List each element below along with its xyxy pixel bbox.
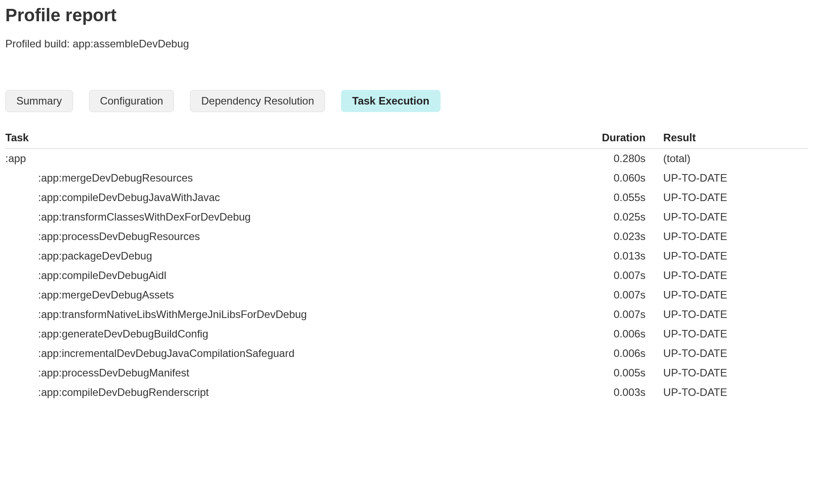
- task-name: :app:transformClassesWithDexForDevDebug: [5, 207, 535, 227]
- table-group-row: :app0.280s(total): [5, 149, 808, 169]
- table-row: :app:generateDevDebugBuildConfig0.006sUP…: [5, 324, 808, 344]
- table-row: :app:compileDevDebugRenderscript0.003sUP…: [5, 383, 808, 402]
- tabs-container: Summary Configuration Dependency Resolut…: [5, 90, 808, 112]
- task-result: UP-TO-DATE: [663, 363, 808, 383]
- table-row: :app:packageDevDebug0.013sUP-TO-DATE: [5, 246, 808, 266]
- task-name: :app:compileDevDebugRenderscript: [5, 383, 535, 402]
- group-name: :app: [5, 149, 535, 169]
- tab-task-execution[interactable]: Task Execution: [341, 90, 440, 112]
- task-duration: 0.013s: [535, 246, 663, 266]
- task-name: :app:processDevDebugManifest: [5, 363, 535, 383]
- task-result: UP-TO-DATE: [663, 227, 808, 246]
- task-result: UP-TO-DATE: [663, 383, 808, 402]
- task-duration: 0.007s: [535, 305, 663, 324]
- task-duration: 0.007s: [535, 285, 663, 305]
- task-name: :app:incrementalDevDebugJavaCompilationS…: [5, 344, 535, 363]
- task-duration: 0.005s: [535, 363, 663, 383]
- task-result: UP-TO-DATE: [663, 324, 808, 344]
- task-name: :app:mergeDevDebugResources: [5, 168, 535, 188]
- table-row: :app:compileDevDebugAidl0.007sUP-TO-DATE: [5, 266, 808, 285]
- page-title: Profile report: [5, 5, 808, 25]
- table-row: :app:processDevDebugManifest0.005sUP-TO-…: [5, 363, 808, 383]
- task-duration: 0.006s: [535, 344, 663, 363]
- task-duration: 0.007s: [535, 266, 663, 285]
- task-result: UP-TO-DATE: [663, 246, 808, 266]
- table-row: :app:compileDevDebugJavaWithJavac0.055sU…: [5, 188, 808, 207]
- task-name: :app:transformNativeLibsWithMergeJniLibs…: [5, 305, 535, 324]
- table-row: :app:incrementalDevDebugJavaCompilationS…: [5, 344, 808, 363]
- tab-dependency-resolution[interactable]: Dependency Resolution: [190, 90, 325, 112]
- task-result: UP-TO-DATE: [663, 168, 808, 188]
- task-table: Task Duration Result :app0.280s(total):a…: [5, 129, 808, 402]
- task-duration: 0.023s: [535, 227, 663, 246]
- task-duration: 0.003s: [535, 383, 663, 402]
- table-row: :app:mergeDevDebugAssets0.007sUP-TO-DATE: [5, 285, 808, 305]
- task-result: UP-TO-DATE: [663, 305, 808, 324]
- group-result: (total): [663, 149, 808, 169]
- tab-configuration[interactable]: Configuration: [89, 90, 174, 112]
- task-result: UP-TO-DATE: [663, 207, 808, 227]
- col-header-task: Task: [5, 129, 535, 149]
- table-row: :app:mergeDevDebugResources0.060sUP-TO-D…: [5, 168, 808, 188]
- task-name: :app:compileDevDebugJavaWithJavac: [5, 188, 535, 207]
- col-header-duration: Duration: [535, 129, 663, 149]
- task-name: :app:processDevDebugResources: [5, 227, 535, 246]
- table-row: :app:transformNativeLibsWithMergeJniLibs…: [5, 305, 808, 324]
- task-duration: 0.055s: [535, 188, 663, 207]
- task-result: UP-TO-DATE: [663, 344, 808, 363]
- task-duration: 0.025s: [535, 207, 663, 227]
- group-duration: 0.280s: [535, 149, 663, 169]
- task-result: UP-TO-DATE: [663, 266, 808, 285]
- task-name: :app:packageDevDebug: [5, 246, 535, 266]
- task-name: :app:compileDevDebugAidl: [5, 266, 535, 285]
- task-duration: 0.060s: [535, 168, 663, 188]
- tab-summary[interactable]: Summary: [5, 90, 73, 112]
- task-duration: 0.006s: [535, 324, 663, 344]
- profiled-build-subtitle: Profiled build: app:assembleDevDebug: [5, 38, 808, 50]
- task-result: UP-TO-DATE: [663, 285, 808, 305]
- task-name: :app:mergeDevDebugAssets: [5, 285, 535, 305]
- task-result: UP-TO-DATE: [663, 188, 808, 207]
- task-name: :app:generateDevDebugBuildConfig: [5, 324, 535, 344]
- table-row: :app:transformClassesWithDexForDevDebug0…: [5, 207, 808, 227]
- col-header-result: Result: [663, 129, 808, 149]
- table-row: :app:processDevDebugResources0.023sUP-TO…: [5, 227, 808, 246]
